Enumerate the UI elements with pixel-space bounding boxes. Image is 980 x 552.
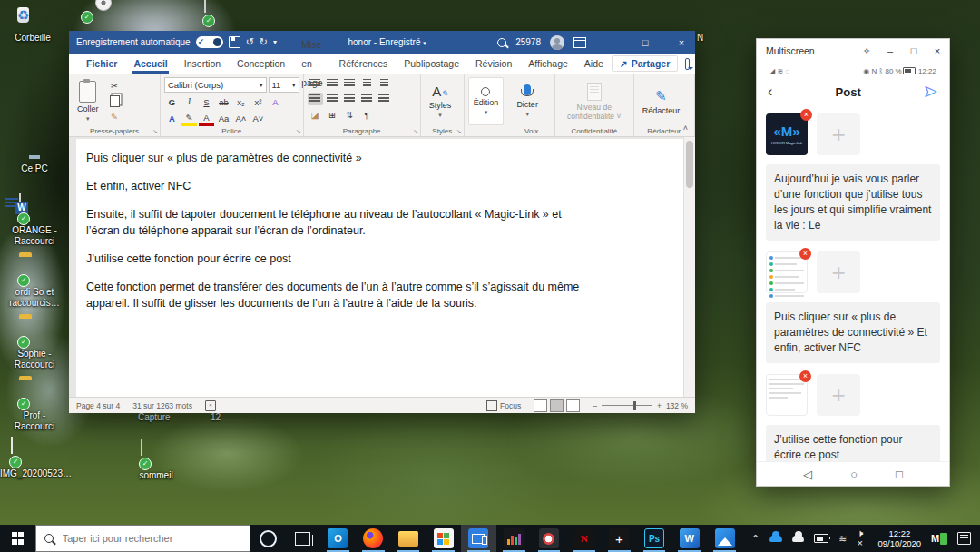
font-color-button[interactable]: A (199, 111, 214, 126)
start-button[interactable] (0, 525, 35, 552)
search-icon[interactable] (497, 38, 506, 47)
shrink-font-button[interactable]: A˅ (250, 113, 266, 125)
desktop-icon-ordiso-folder[interactable]: ✓ ordi So et raccourcis… (5, 256, 64, 309)
taskbar-app-microsoft-store[interactable] (426, 525, 461, 552)
align-right-button[interactable] (342, 93, 358, 105)
post-content[interactable]: «M» HONOR Magic-link × + Aujourd’hui je … (757, 104, 949, 461)
maximize-button[interactable]: □ (632, 31, 659, 54)
multilevel-list-button[interactable] (342, 77, 358, 90)
remove-attachment-icon[interactable]: × (799, 248, 811, 260)
quickaccess-chevron-icon[interactable]: ▾ (273, 37, 277, 47)
phone-manager-icon[interactable]: M (931, 533, 947, 545)
pin-icon[interactable]: ✧ (855, 39, 878, 63)
ribbon-display-icon[interactable] (573, 37, 586, 48)
undo-icon[interactable]: ↺ (246, 37, 254, 47)
redo-icon[interactable]: ↻ (260, 37, 268, 47)
styles-button[interactable]: A✎ Styles ▾ (425, 77, 456, 125)
superscript-button[interactable]: x² (250, 95, 266, 108)
desktop-icon-orange-doc[interactable]: ✓ ORANGE - Raccourci (5, 194, 64, 247)
cortana-button[interactable] (250, 525, 286, 552)
styles-dialog-launcher[interactable]: ↘ (456, 128, 462, 135)
dictate-button[interactable]: Dicter ▾ (512, 77, 543, 125)
proofing-icon[interactable]: × (205, 400, 216, 411)
web-layout-button[interactable] (566, 399, 580, 412)
autosave-toggle[interactable]: ✓ (196, 36, 223, 48)
grow-font-button[interactable]: A˄ (233, 113, 249, 125)
tab-insertion[interactable]: Insertion (176, 54, 229, 74)
title-chevron-icon[interactable]: ▾ (423, 40, 426, 46)
tab-aide[interactable]: Aide (576, 54, 612, 74)
font-name-select[interactable]: Calibri (Corps) ▾ (164, 77, 267, 93)
taskbar-app-screen-capture[interactable] (532, 525, 567, 552)
taskbar-clock[interactable]: 12:22 09/10/2020 (878, 528, 922, 548)
wifi-icon[interactable]: ≋ (838, 534, 847, 544)
post-text-block[interactable]: Puis cliquer sur « plus de paramètres de… (766, 302, 940, 363)
tray-expand-icon[interactable]: ⌃ (751, 534, 760, 544)
tab-affichage[interactable]: Affichage (520, 54, 576, 74)
underline-button[interactable]: S (199, 95, 214, 108)
tab-publipostage[interactable]: Publipostage (396, 54, 467, 74)
attachment-magiclink-logo[interactable]: «M» HONOR Magic-link × (766, 113, 808, 155)
align-left-button[interactable] (308, 93, 323, 105)
share-button[interactable]: ↗ Partager (612, 55, 678, 72)
minimize-button[interactable]: – (878, 39, 902, 63)
tab-accueil[interactable]: Accueil (125, 54, 175, 74)
desktop-icon-sommeil[interactable]: ✓ sommeil (127, 439, 185, 481)
line-spacing-button[interactable] (377, 93, 392, 105)
zoom-in-button[interactable]: + (657, 401, 662, 410)
battery-icon[interactable] (814, 534, 828, 543)
taskbar-app-outlook[interactable]: O (320, 525, 356, 552)
taskbar-app-multiscreen[interactable] (461, 525, 496, 552)
zoom-out-button[interactable]: – (593, 401, 597, 410)
font-dialog-launcher[interactable]: ↘ (296, 128, 301, 135)
desktop-icon-partial-folder[interactable]: ✓ (80, 0, 116, 22)
desktop-icon-recycle-bin[interactable]: ♻ Corbeille (4, 2, 62, 44)
desktop-icon-partial-doc[interactable]: ✓ (201, 0, 238, 25)
increase-indent-button[interactable] (377, 77, 392, 90)
zoom-slider[interactable] (602, 405, 652, 407)
show-marks-button[interactable]: ¶ (359, 108, 375, 121)
nav-home-icon[interactable]: ○ (850, 468, 858, 481)
word-count[interactable]: 31 sur 1263 mots (132, 401, 192, 410)
document-area[interactable]: Puis cliquer sur « plus de paramètres de… (69, 137, 695, 397)
post-text-block[interactable]: Aujourd’hui je vais vous parler d’une fo… (766, 164, 940, 241)
desktop-icon-this-pc[interactable]: Ce PC (5, 133, 64, 174)
account-avatar[interactable] (550, 35, 564, 50)
edition-button[interactable]: Édition ▾ (468, 77, 505, 125)
document-page[interactable]: Puis cliquer sur « plus de paramètres de… (76, 139, 683, 397)
add-image-button[interactable]: + (817, 374, 860, 416)
nav-recents-icon[interactable]: □ (896, 468, 903, 481)
tab-references[interactable]: Références (331, 54, 397, 74)
taskbar-app-word[interactable]: W (671, 525, 707, 552)
nav-back-icon[interactable]: ◁ (803, 468, 812, 481)
collapse-ribbon-icon[interactable]: ˄ (683, 123, 688, 133)
decrease-indent-button[interactable] (359, 77, 375, 90)
desktop-icon-prof-folder[interactable]: ✓ Prof - Raccourci (5, 380, 64, 432)
close-button[interactable]: × (668, 31, 695, 54)
scrollbar-thumb[interactable] (686, 141, 693, 188)
zoom-level[interactable]: 132 % (666, 401, 688, 410)
onedrive-icon[interactable] (792, 535, 805, 542)
format-painter-icon[interactable]: ✎ (107, 110, 122, 123)
change-case-button[interactable]: Aa (216, 113, 231, 125)
send-icon[interactable] (924, 84, 938, 99)
italic-button[interactable]: I (181, 95, 197, 108)
clear-formatting-button[interactable]: A (268, 95, 283, 108)
save-icon[interactable] (229, 36, 240, 48)
paste-button[interactable]: Coller ▾ (73, 77, 103, 125)
strikethrough-button[interactable]: ab (216, 95, 231, 108)
attachment-settings-screenshot[interactable]: × (766, 251, 808, 293)
tab-fichier[interactable]: Fichier (78, 54, 125, 74)
taskbar-app-firefox[interactable] (356, 525, 391, 552)
text-effects-button[interactable]: A (164, 113, 180, 125)
sort-button[interactable]: ⇅ (342, 108, 358, 121)
shading-button[interactable]: ◪ (308, 108, 323, 121)
print-layout-button[interactable] (550, 399, 564, 412)
comments-icon[interactable] (685, 58, 690, 70)
subscript-button[interactable]: x₂ (233, 95, 249, 108)
font-size-select[interactable]: 11 ▾ (269, 77, 299, 93)
volume-muted-icon[interactable]: 🕨× (857, 528, 867, 548)
maximize-button[interactable]: □ (902, 39, 926, 63)
desktop-icon-img-photo[interactable]: ✓ IMG_20200523… (0, 438, 65, 479)
taskbar-search[interactable] (35, 525, 250, 552)
